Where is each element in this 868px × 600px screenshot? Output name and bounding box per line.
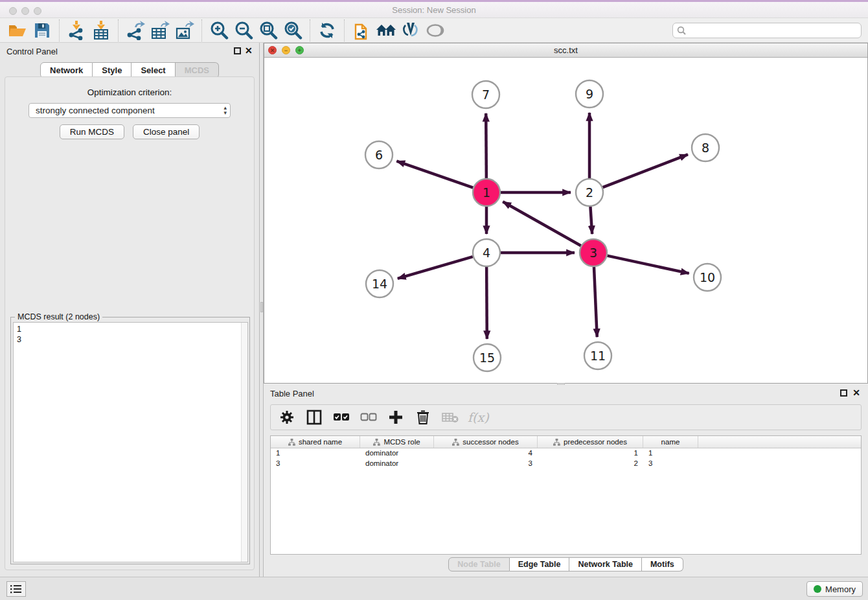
column-label: predecessor nodes bbox=[564, 438, 627, 446]
list-icon bbox=[10, 584, 22, 594]
deselect-all-icon[interactable] bbox=[359, 408, 378, 427]
column-type-icon bbox=[553, 439, 560, 446]
export-table-icon[interactable] bbox=[149, 20, 171, 41]
float-panel-icon[interactable] bbox=[234, 47, 241, 54]
vertical-splitter[interactable] bbox=[259, 43, 264, 577]
zoom-in-icon[interactable] bbox=[208, 20, 230, 41]
graph-edge-2-8[interactable] bbox=[603, 154, 688, 187]
delete-icon[interactable] bbox=[413, 408, 433, 427]
result-scrollbar[interactable] bbox=[241, 323, 247, 562]
search-input[interactable] bbox=[672, 23, 862, 38]
refresh-icon[interactable] bbox=[316, 20, 338, 41]
zoom-out-icon[interactable] bbox=[233, 20, 255, 41]
graph-node-15[interactable]: 15 bbox=[474, 344, 501, 371]
graph-edge-3-11[interactable] bbox=[594, 267, 597, 337]
float-panel-icon[interactable] bbox=[840, 389, 847, 397]
column-label: successor nodes bbox=[463, 438, 518, 446]
toolbar-separator bbox=[59, 19, 60, 41]
network-file-icon[interactable] bbox=[350, 20, 372, 41]
column-header-name[interactable]: name bbox=[643, 436, 698, 448]
toolbar-separator bbox=[310, 19, 310, 41]
run-mcds-button[interactable]: Run MCDS bbox=[60, 124, 124, 139]
export-image-icon[interactable] bbox=[174, 20, 196, 41]
table-cell[interactable]: 3 bbox=[271, 459, 360, 469]
open-session-icon[interactable] bbox=[6, 20, 29, 41]
column-header-shared-name[interactable]: shared name bbox=[271, 436, 360, 448]
column-header-successor-nodes[interactable]: successor nodes bbox=[434, 436, 538, 448]
table-cell[interactable]: dominator bbox=[360, 459, 434, 469]
table-cell[interactable]: 2 bbox=[538, 459, 643, 469]
function-icon[interactable]: f(x) bbox=[468, 410, 489, 424]
select-all-icon[interactable] bbox=[332, 408, 351, 427]
graph-node-14[interactable]: 14 bbox=[366, 270, 393, 297]
tab-motifs[interactable]: Motifs bbox=[642, 557, 683, 571]
table-panel-title: Table Panel bbox=[270, 389, 314, 398]
close-panel-icon[interactable]: ✕ bbox=[852, 387, 860, 398]
table-cell[interactable]: 3 bbox=[434, 459, 538, 469]
table-cell[interactable]: 1 bbox=[643, 448, 698, 459]
column-header-predecessor-nodes[interactable]: predecessor nodes bbox=[538, 436, 643, 448]
mcds-result-text[interactable]: 13 bbox=[13, 322, 248, 562]
graph-node-6[interactable]: 6 bbox=[365, 141, 393, 168]
graph-edge-1-6[interactable] bbox=[396, 161, 473, 188]
graph-edge-3-10[interactable] bbox=[608, 256, 689, 273]
graph-node-3[interactable]: 3 bbox=[580, 239, 607, 266]
vertical-splitter-handle[interactable] bbox=[260, 302, 263, 312]
save-session-icon[interactable] bbox=[31, 20, 53, 41]
graph-node-11[interactable]: 11 bbox=[584, 342, 611, 369]
tab-network-table[interactable]: Network Table bbox=[569, 557, 642, 571]
table-row[interactable]: 1dominator411 bbox=[271, 448, 861, 459]
show-hide-icon[interactable] bbox=[424, 20, 446, 41]
graph-node-4[interactable]: 4 bbox=[473, 239, 500, 266]
close-panel-icon[interactable]: ✕ bbox=[245, 45, 253, 56]
column-type-icon bbox=[452, 439, 459, 446]
window-zoom-button[interactable] bbox=[34, 7, 41, 15]
zoom-selected-icon[interactable] bbox=[282, 20, 304, 41]
column-header-MCDS-role[interactable]: MCDS role bbox=[360, 436, 434, 448]
graph-node-7[interactable]: 7 bbox=[472, 81, 499, 108]
table-cell[interactable]: dominator bbox=[360, 448, 434, 459]
gear-icon[interactable] bbox=[277, 408, 297, 427]
network-close-button[interactable]: ✕ bbox=[268, 46, 277, 54]
graph-node-1[interactable]: 1 bbox=[473, 179, 500, 206]
network-canvas[interactable]: 7968124314101511 bbox=[264, 58, 867, 383]
close-panel-button[interactable]: Close panel bbox=[133, 124, 200, 139]
export-network-icon[interactable] bbox=[124, 20, 146, 41]
import-table-icon[interactable] bbox=[90, 20, 112, 41]
table-toolbar: f(x) bbox=[270, 404, 862, 430]
graph-edge-4-14[interactable] bbox=[398, 257, 473, 279]
criterion-select[interactable]: strongly connected component ▴▾ bbox=[29, 103, 231, 118]
graph-node-8[interactable]: 8 bbox=[692, 134, 719, 161]
zoom-fit-icon[interactable] bbox=[257, 20, 279, 41]
table-cell[interactable]: 1 bbox=[538, 448, 643, 459]
graph-node-10[interactable]: 10 bbox=[694, 264, 721, 291]
network-minimize-button[interactable]: − bbox=[282, 46, 290, 54]
cyndex-home-icon[interactable] bbox=[375, 20, 397, 41]
table-row[interactable]: 3dominator323 bbox=[271, 459, 861, 469]
tab-edge-table[interactable]: Edge Table bbox=[510, 557, 570, 571]
graph-node-2[interactable]: 2 bbox=[576, 179, 603, 206]
task-history-button[interactable] bbox=[6, 581, 26, 597]
import-network-icon[interactable] bbox=[65, 20, 87, 41]
window-close-button[interactable] bbox=[9, 7, 17, 15]
table-cell[interactable]: 1 bbox=[271, 448, 360, 459]
svg-text:1: 1 bbox=[483, 185, 490, 200]
delete-table-icon[interactable] bbox=[440, 408, 460, 427]
add-icon[interactable] bbox=[386, 408, 405, 427]
graph-edge-3-1[interactable] bbox=[503, 202, 581, 246]
table-body: 1dominator4113dominator323 bbox=[271, 448, 861, 469]
columns-icon[interactable] bbox=[304, 408, 324, 427]
network-window-titlebar[interactable]: ✕ − + scc.txt bbox=[264, 43, 867, 58]
graph-node-9[interactable]: 9 bbox=[576, 80, 603, 108]
table-cell[interactable]: 4 bbox=[434, 448, 538, 459]
graph-edge-4-15[interactable] bbox=[486, 267, 487, 339]
vizmapper-icon[interactable] bbox=[400, 20, 422, 41]
memory-button[interactable]: Memory bbox=[806, 581, 863, 597]
window-minimize-button[interactable] bbox=[21, 7, 29, 15]
table-cell[interactable]: 3 bbox=[643, 459, 698, 469]
svg-text:6: 6 bbox=[375, 148, 383, 162]
graph-edge-1-7[interactable] bbox=[486, 113, 486, 178]
network-maximize-button[interactable]: + bbox=[295, 46, 304, 54]
tab-node-table[interactable]: Node Table bbox=[448, 557, 509, 571]
graph-edge-2-3[interactable] bbox=[590, 207, 592, 234]
